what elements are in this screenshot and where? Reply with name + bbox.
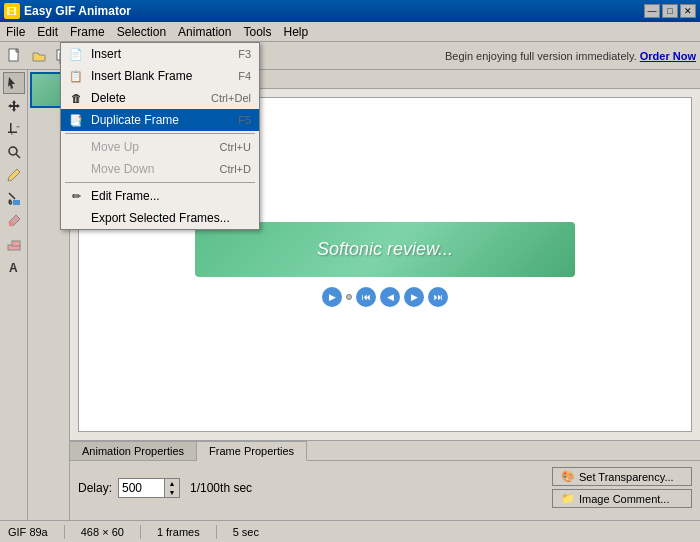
toolbar-new[interactable] — [4, 45, 26, 67]
menu-help[interactable]: Help — [277, 22, 314, 41]
menu-divider-1 — [65, 133, 255, 134]
window-controls: — □ ✕ — [644, 4, 696, 18]
delay-input-group: ▲ ▼ — [118, 478, 180, 498]
order-now-link[interactable]: Order Now — [640, 50, 696, 62]
frame-menu-insert-blank[interactable]: 📋 Insert Blank Frame F4 — [61, 65, 259, 87]
export-icon — [67, 209, 85, 227]
frame-menu-move-up[interactable]: Move Up Ctrl+U — [61, 136, 259, 158]
frame-menu-move-down[interactable]: Move Down Ctrl+D — [61, 158, 259, 180]
app-title: Easy GIF Animator — [24, 4, 131, 18]
status-bar: GIF 89a 468 × 60 1 frames 5 sec — [0, 520, 700, 542]
svg-rect-17 — [11, 133, 13, 135]
close-button[interactable]: ✕ — [680, 4, 696, 18]
tool-pencil[interactable] — [3, 164, 25, 186]
playback-controls: ▶ ⏮ ◀ ▶ ⏭ — [322, 287, 448, 307]
frame-menu-edit-frame[interactable]: ✏ Edit Frame... — [61, 185, 259, 207]
promo-text: Begin enjoying full version immediately.… — [445, 50, 696, 62]
tool-fill[interactable] — [3, 187, 25, 209]
status-sep-1 — [64, 525, 65, 539]
svg-rect-15 — [8, 132, 17, 134]
tool-zoom[interactable] — [3, 141, 25, 163]
status-dimensions: 468 × 60 — [81, 526, 124, 538]
menu-animation[interactable]: Animation — [172, 22, 237, 41]
menu-selection[interactable]: Selection — [111, 22, 172, 41]
status-sep-3 — [216, 525, 217, 539]
minimize-button[interactable]: — — [644, 4, 660, 18]
menu-tools[interactable]: Tools — [237, 22, 277, 41]
menu-file[interactable]: File — [0, 22, 31, 41]
stop-dot[interactable] — [346, 294, 352, 300]
tool-crop[interactable] — [3, 118, 25, 140]
status-frames: 1 frames — [157, 526, 200, 538]
tool-select[interactable] — [3, 72, 25, 94]
menu-edit[interactable]: Edit — [31, 22, 64, 41]
svg-rect-23 — [12, 241, 20, 246]
props-tabs: Animation Properties Frame Properties — [70, 441, 700, 461]
frame-menu-insert[interactable]: 📄 Insert F3 — [61, 43, 259, 65]
comment-icon: 📁 — [561, 492, 575, 505]
delay-up-button[interactable]: ▲ — [165, 479, 179, 488]
first-frame-button[interactable]: ⏮ — [356, 287, 376, 307]
tool-move[interactable] — [3, 95, 25, 117]
frame-menu-export[interactable]: Export Selected Frames... — [61, 207, 259, 229]
left-toolbar: A — [0, 70, 28, 520]
tab-animation-properties[interactable]: Animation Properties — [70, 441, 197, 460]
app-icon: 🎞 — [4, 3, 20, 19]
title-bar: 🎞 Easy GIF Animator — □ ✕ — [0, 0, 700, 22]
delay-unit: 1/100th sec — [190, 481, 252, 495]
properties-panel: Animation Properties Frame Properties De… — [70, 440, 700, 520]
svg-rect-14 — [10, 123, 12, 132]
set-transparency-button[interactable]: 🎨 Set Transparency... — [552, 467, 692, 486]
frame-menu-delete[interactable]: 🗑 Delete Ctrl+Del — [61, 87, 259, 109]
tool-text[interactable]: A — [3, 256, 25, 278]
last-frame-button[interactable]: ⏭ — [428, 287, 448, 307]
prev-frame-button[interactable]: ◀ — [380, 287, 400, 307]
menu-bar: File Edit Frame Selection Animation Tool… — [0, 22, 700, 42]
svg-rect-20 — [13, 200, 20, 205]
tool-eraser[interactable] — [3, 233, 25, 255]
insert-icon: 📄 — [67, 45, 85, 63]
svg-point-21 — [9, 222, 13, 226]
move-up-icon — [67, 138, 85, 156]
delete-icon: 🗑 — [67, 89, 85, 107]
props-content: Delay: ▲ ▼ 1/100th sec 🎨 Set Transparenc… — [70, 461, 700, 514]
transparency-icon: 🎨 — [561, 470, 575, 483]
title-bar-left: 🎞 Easy GIF Animator — [4, 3, 131, 19]
banner-text: Softonic review... — [317, 239, 453, 260]
status-sep-2 — [140, 525, 141, 539]
delay-input[interactable] — [119, 479, 164, 497]
frame-dropdown-menu: 📄 Insert F3 📋 Insert Blank Frame F4 🗑 De… — [60, 42, 260, 230]
insert-blank-icon: 📋 — [67, 67, 85, 85]
menu-divider-2 — [65, 182, 255, 183]
delay-down-button[interactable]: ▼ — [165, 488, 179, 497]
app-window: 🎞 Easy GIF Animator — □ ✕ File Edit Fram… — [0, 0, 700, 542]
tab-frame-properties[interactable]: Frame Properties — [197, 441, 307, 461]
delay-spinner: ▲ ▼ — [164, 479, 179, 497]
maximize-button[interactable]: □ — [662, 4, 678, 18]
toolbar-open[interactable] — [28, 45, 50, 67]
frame-menu-duplicate[interactable]: 📑 Duplicate Frame F5 — [61, 109, 259, 131]
play-button[interactable]: ▶ — [322, 287, 342, 307]
svg-text:A: A — [9, 261, 18, 274]
edit-frame-icon: ✏ — [67, 187, 85, 205]
svg-point-18 — [9, 147, 17, 155]
props-action-buttons: 🎨 Set Transparency... 📁 Image Comment... — [552, 467, 692, 508]
image-comment-button[interactable]: 📁 Image Comment... — [552, 489, 692, 508]
next-frame-button[interactable]: ▶ — [404, 287, 424, 307]
duplicate-icon: 📑 — [67, 111, 85, 129]
status-format: GIF 89a — [8, 526, 48, 538]
tool-eyedropper[interactable] — [3, 210, 25, 232]
menu-frame[interactable]: Frame — [64, 22, 111, 41]
svg-line-19 — [16, 154, 20, 158]
delay-label: Delay: — [78, 481, 112, 495]
status-duration: 5 sec — [233, 526, 259, 538]
move-down-icon — [67, 160, 85, 178]
preview-banner: Softonic review... — [195, 222, 575, 277]
svg-rect-16 — [16, 126, 19, 128]
